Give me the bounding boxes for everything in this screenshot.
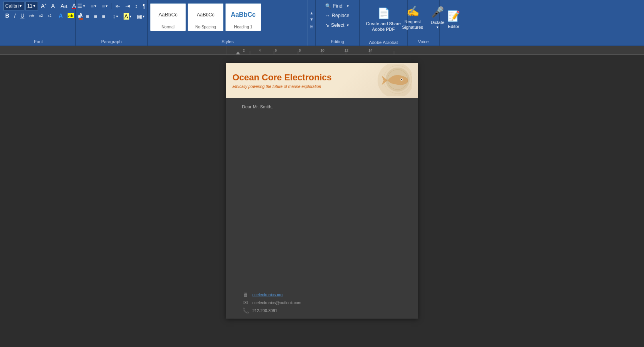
shading-button[interactable]: A ▼ [122, 12, 134, 21]
select-chevron: ▼ [346, 24, 350, 27]
create-share-pdf-button[interactable]: 📄 Create and Share Adobe PDF [363, 2, 404, 38]
website-link[interactable]: ocelectronics.org [252, 293, 283, 297]
superscript-button[interactable]: x2 [46, 11, 54, 20]
bold-button[interactable]: B [3, 11, 11, 20]
grow-font-button[interactable]: A+ [39, 2, 48, 10]
style-heading1-label: Heading 1 [234, 25, 252, 29]
page-body[interactable]: Dear Mr. Smith, [226, 98, 418, 288]
svg-text:4: 4 [259, 48, 261, 52]
style-nospacing-preview: AaBbCc [190, 5, 222, 24]
styles-scroll-up-button[interactable]: ▲ [309, 10, 314, 16]
replace-icon: ↔ [325, 13, 330, 18]
font-group-label: Font [2, 39, 75, 44]
select-icon: ↘ [325, 22, 329, 28]
shading-icon: A [124, 13, 129, 20]
shrink-font-button[interactable]: A- [49, 2, 58, 10]
company-tagline: Ethically powering the future of marine … [232, 84, 332, 89]
multilevel-button[interactable]: ≡ ▼ [100, 2, 110, 10]
decrease-indent-icon: ⇤ [116, 3, 120, 9]
align-right-button[interactable]: ≡ [92, 12, 99, 21]
justify-icon: ≡ [102, 13, 105, 20]
letterhead-text: Ocean Core Electronics Ethically powerin… [232, 72, 332, 89]
decrease-indent-button[interactable]: ⇤ [114, 2, 122, 10]
phone-icon: 📞 [242, 307, 249, 314]
svg-text:10: 10 [320, 48, 324, 52]
voice-group-label: Voice [408, 39, 439, 44]
replace-button[interactable]: ↔ Replace [323, 11, 351, 20]
align-left-button[interactable]: ≡ [76, 12, 83, 21]
text-effects-button[interactable]: A [57, 11, 65, 20]
svg-text:14: 14 [368, 48, 372, 52]
find-button[interactable]: 🔍 Find ▼ [323, 2, 351, 10]
style-normal-preview: AaBbCc [152, 5, 184, 24]
svg-text:2: 2 [243, 48, 245, 52]
line-spacing-button[interactable]: ↕ ▼ [111, 12, 121, 21]
para-divider2 [109, 14, 109, 19]
logo-area [364, 64, 412, 96]
numbering-chevron: ▼ [94, 4, 97, 8]
document-page: Ocean Core Electronics Ethically powerin… [226, 63, 418, 319]
justify-button[interactable]: ≡ [100, 12, 107, 21]
increase-indent-button[interactable]: ⇥ [123, 2, 132, 10]
sort-button[interactable]: ↕ [133, 2, 140, 10]
numbering-icon: ≡ [90, 3, 94, 9]
editing-group: 🔍 Find ▼ ↔ Replace ↘ Select ▼ Editing [316, 0, 360, 46]
highlight-button[interactable]: ab [66, 11, 76, 20]
paragraph-group: ☰ ▼ ≡ ▼ ≡ ▼ ⇤ ⇥ ↕ [76, 0, 148, 46]
style-normal-card[interactable]: AaBbCc Normal [150, 3, 186, 31]
heading1-preview-text: AaBbCc [231, 11, 256, 18]
voice-group: ✍️ Request Signatures 🎤 Dictate ▼ Voice [408, 0, 440, 46]
bullets-button[interactable]: ☰ ▼ [75, 2, 88, 10]
align-left-icon: ≡ [78, 13, 81, 20]
style-nospacing-card[interactable]: AaBbCc No Spacing [188, 3, 224, 31]
select-button[interactable]: ↘ Select ▼ [323, 21, 351, 30]
underline-button[interactable]: U [18, 11, 26, 20]
borders-chevron: ▼ [142, 15, 145, 18]
style-normal-label: Normal [162, 25, 174, 29]
numbering-button[interactable]: ≡ ▼ [88, 2, 99, 10]
multilevel-icon: ≡ [102, 3, 105, 9]
editor-button[interactable]: 📝 Editor [444, 2, 464, 38]
svg-text:12: 12 [344, 48, 348, 52]
styles-scroll-down-button[interactable]: ▼ [309, 17, 314, 22]
acrobat-group-label: Adobe Acrobat [360, 40, 407, 45]
strikethrough-button[interactable]: ab [27, 11, 36, 20]
request-signatures-button[interactable]: ✍️ Request Signatures [399, 3, 426, 32]
email-icon: ✉ [242, 299, 249, 306]
request-signatures-label: Request Signatures [402, 19, 423, 30]
highlight-icon: ab [68, 13, 74, 18]
line-spacing-icon: ↕ [113, 13, 116, 20]
footer-phone-row: 📞 212-200-3091 [242, 307, 402, 314]
font-size-selector[interactable]: 11 ▼ [25, 2, 38, 10]
dictate-chevron: ▼ [436, 26, 439, 29]
styles-expand-button[interactable]: ⊟ [309, 23, 314, 30]
sort-icon: ↕ [135, 3, 138, 9]
find-chevron: ▼ [346, 4, 350, 8]
increase-indent-icon: ⇥ [125, 3, 130, 9]
style-heading1-card[interactable]: AaBbCc Heading 1 [225, 3, 261, 31]
svg-text:8: 8 [299, 48, 301, 52]
style-heading1-preview: AaBbCc [227, 5, 259, 24]
subscript-button[interactable]: x2 [37, 11, 45, 20]
show-marks-button[interactable]: ¶ [140, 2, 148, 10]
borders-button[interactable]: ▦ ▼ [135, 12, 147, 21]
italic-button[interactable]: I [12, 11, 18, 20]
nospacing-preview-text: AaBbCc [197, 12, 214, 18]
change-case-button[interactable]: Aa [58, 2, 69, 10]
editor-icon: 📝 [447, 10, 460, 22]
font-name-chevron: ▼ [19, 4, 22, 8]
footer-website-row: 🖥 ocelectronics.org [242, 291, 402, 298]
ruler: 2 4 6 8 10 12 14 [0, 46, 644, 55]
align-right-icon: ≡ [94, 13, 97, 20]
font-group: Calibri ▼ 11 ▼ A+ A- Aa A B I U [2, 0, 76, 46]
change-case-icon: Aa [60, 3, 67, 9]
create-share-pdf-label: Create and Share Adobe PDF [366, 21, 401, 32]
editor-group: 📝 Editor [440, 0, 468, 46]
font-name-selector[interactable]: Calibri ▼ [3, 2, 24, 10]
paragraph-group-label: Paragraph [76, 39, 147, 44]
align-center-button[interactable]: ≡ [84, 12, 91, 21]
footer-email: ocelectronics@outlook.com [252, 301, 301, 305]
grow-font-icon: A+ [41, 3, 46, 9]
line-spacing-chevron: ▼ [116, 15, 119, 18]
adobe-pdf-icon: 📄 [377, 7, 390, 20]
